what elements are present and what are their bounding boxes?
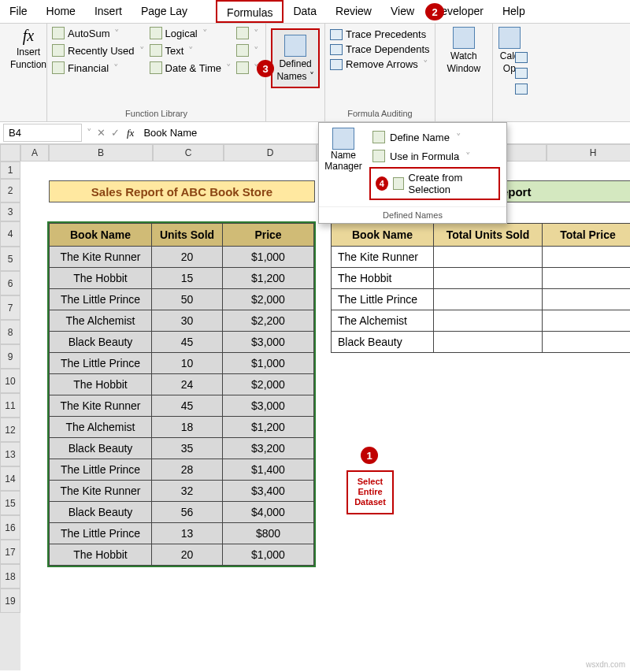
cell[interactable]: The Little Prince xyxy=(50,353,152,374)
table-header[interactable]: Units Sold xyxy=(152,224,223,247)
row-header[interactable]: 5 xyxy=(0,247,20,271)
cell[interactable]: Black Beauty xyxy=(50,502,152,523)
cell[interactable]: 13 xyxy=(152,523,223,544)
sales-table[interactable]: Book NameUnits SoldPrice The Kite Runner… xyxy=(49,223,314,566)
tab-data[interactable]: Data xyxy=(284,0,326,23)
cell[interactable]: The Little Prince xyxy=(50,289,152,310)
column-header[interactable]: D xyxy=(224,144,317,162)
table-row[interactable]: The Hobbit xyxy=(332,268,631,289)
summary-table[interactable]: Book NameTotal Units SoldTotal Price The… xyxy=(331,223,630,353)
row-header[interactable]: 11 xyxy=(0,393,20,418)
table-header[interactable]: Book Name xyxy=(50,224,152,247)
table-row[interactable]: The Little Prince10$1,000 xyxy=(50,353,314,374)
table-row[interactable]: The Hobbit15$1,200 xyxy=(50,268,314,289)
cell[interactable]: The Little Prince xyxy=(50,459,152,481)
tab-view[interactable]: View xyxy=(381,0,424,23)
cell[interactable] xyxy=(543,310,631,332)
namebox-chevron-icon[interactable]: ˅ xyxy=(85,127,94,139)
table-row[interactable]: The Alchemist30$2,200 xyxy=(50,310,314,332)
cell[interactable]: 50 xyxy=(152,289,223,310)
cell[interactable]: $4,000 xyxy=(223,502,314,523)
cell[interactable]: $1,400 xyxy=(223,459,314,481)
row-header[interactable]: 9 xyxy=(0,344,20,369)
cell[interactable]: 45 xyxy=(152,395,223,417)
trace-dependents-button[interactable]: Trace Dependents xyxy=(330,42,430,57)
tab-formulas[interactable]: Formulas xyxy=(216,0,284,23)
tab-file[interactable]: File xyxy=(0,0,37,23)
create-from-selection-button[interactable]: 4 Create from Selection xyxy=(369,167,500,200)
cell[interactable]: The Little Prince xyxy=(50,523,152,544)
row-header[interactable]: 14 xyxy=(0,466,20,491)
column-header[interactable]: H xyxy=(547,144,630,162)
cell[interactable]: $2,000 xyxy=(223,289,314,310)
text-button[interactable]: Text ˅ xyxy=(150,44,234,57)
table-row[interactable]: Black Beauty45$3,000 xyxy=(50,332,314,353)
table-row[interactable]: The Little Prince13$800 xyxy=(50,523,314,544)
column-header[interactable]: B xyxy=(49,144,153,162)
row-header[interactable]: 17 xyxy=(0,540,20,564)
cell[interactable]: $3,200 xyxy=(223,438,314,459)
define-name-button[interactable]: Define Name ˅ xyxy=(368,128,502,147)
cell[interactable]: Black Beauty xyxy=(50,332,152,353)
cell[interactable] xyxy=(434,247,543,268)
row-header[interactable]: 16 xyxy=(0,515,20,540)
row-header[interactable]: 18 xyxy=(0,564,20,588)
column-header[interactable]: A xyxy=(20,144,49,162)
cell[interactable]: $2,200 xyxy=(223,310,314,332)
insert-function-button[interactable]: fx InsertFunction xyxy=(5,27,52,70)
cell[interactable] xyxy=(434,289,543,310)
name-box[interactable]: B4 xyxy=(3,124,82,142)
cell[interactable]: The Alchemist xyxy=(50,417,152,438)
row-header[interactable]: 10 xyxy=(0,369,20,393)
error-checking-button[interactable] xyxy=(515,68,528,79)
table-row[interactable]: The Little Prince50$2,000 xyxy=(50,289,314,310)
cell[interactable]: $1,200 xyxy=(223,417,314,438)
cell[interactable] xyxy=(543,289,631,310)
cell[interactable]: 10 xyxy=(152,353,223,374)
table-row[interactable]: The Hobbit24$2,000 xyxy=(50,374,314,395)
lookup-button[interactable]: ˅ xyxy=(236,27,261,39)
cell[interactable]: 35 xyxy=(152,438,223,459)
cell[interactable]: $1,200 xyxy=(223,268,314,289)
cell[interactable]: 32 xyxy=(152,481,223,502)
table-row[interactable]: The Kite Runner xyxy=(332,247,631,268)
row-header[interactable]: 6 xyxy=(0,271,20,295)
cell[interactable]: $3,400 xyxy=(223,481,314,502)
table-row[interactable]: The Kite Runner20$1,000 xyxy=(50,247,314,268)
fx-bar-icon[interactable]: fx xyxy=(122,127,139,139)
cell[interactable]: 24 xyxy=(152,374,223,395)
table-row[interactable]: Black Beauty56$4,000 xyxy=(50,502,314,523)
financial-button[interactable]: Financial ˅ xyxy=(52,61,146,74)
cell[interactable]: $3,000 xyxy=(223,332,314,353)
enter-icon[interactable]: ✓ xyxy=(108,127,122,139)
datetime-button[interactable]: Date & Time ˅ xyxy=(150,61,234,74)
show-formulas-button[interactable] xyxy=(515,52,528,63)
cell[interactable]: 56 xyxy=(152,502,223,523)
row-header[interactable]: 12 xyxy=(0,418,20,442)
cell[interactable]: The Kite Runner xyxy=(50,481,152,502)
row-header[interactable]: 15 xyxy=(0,491,20,515)
tab-pagelayout[interactable]: Page Lay xyxy=(132,0,197,23)
cell[interactable]: 20 xyxy=(152,247,223,268)
cell[interactable]: $800 xyxy=(223,523,314,544)
table-row[interactable]: The Little Prince xyxy=(332,289,631,310)
table-row[interactable]: Black Beauty35$3,200 xyxy=(50,438,314,459)
tab-insert[interactable]: Insert xyxy=(85,0,132,23)
tab-help[interactable]: Help xyxy=(493,0,535,23)
name-manager-button[interactable]: NameManager xyxy=(324,128,363,202)
table-header[interactable]: Book Name xyxy=(332,224,434,247)
row-header[interactable]: 4 xyxy=(0,221,20,247)
cell[interactable] xyxy=(543,247,631,268)
cell[interactable]: The Alchemist xyxy=(50,310,152,332)
cell[interactable]: The Little Prince xyxy=(332,289,434,310)
evaluate-formula-button[interactable] xyxy=(515,84,528,95)
use-in-formula-button[interactable]: Use in Formula ˅ xyxy=(368,147,502,165)
cell[interactable]: The Hobbit xyxy=(50,374,152,395)
table-row[interactable]: Black Beauty xyxy=(332,332,631,353)
table-row[interactable]: The Alchemist xyxy=(332,310,631,332)
cell[interactable]: Black Beauty xyxy=(332,332,434,353)
cell[interactable]: The Hobbit xyxy=(50,268,152,289)
cell[interactable] xyxy=(434,268,543,289)
trace-precedents-button[interactable]: Trace Precedents xyxy=(330,27,430,42)
row-header[interactable]: 19 xyxy=(0,588,20,613)
